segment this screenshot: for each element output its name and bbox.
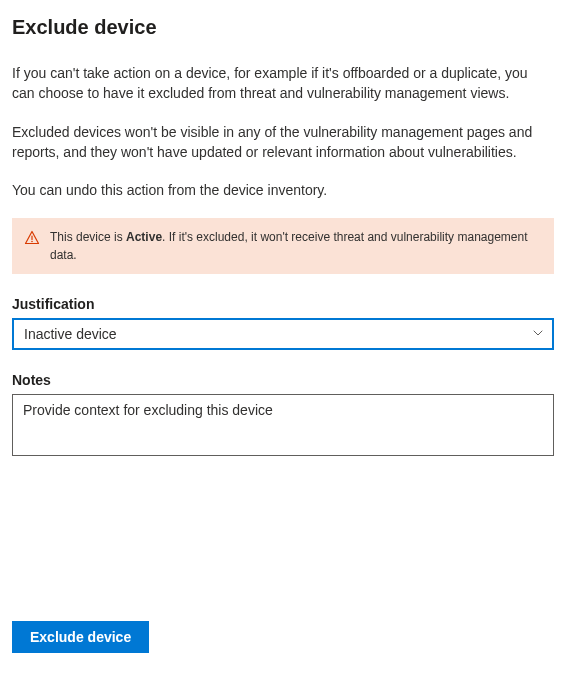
justification-select[interactable]: Inactive device xyxy=(12,318,554,350)
notes-input[interactable] xyxy=(12,394,554,456)
justification-label: Justification xyxy=(12,296,554,312)
alert-status: Active xyxy=(126,230,162,244)
warning-icon xyxy=(24,230,40,249)
description-paragraph-2: Excluded devices won't be visible in any… xyxy=(12,122,554,163)
alert-prefix: This device is xyxy=(50,230,126,244)
svg-point-1 xyxy=(31,241,33,243)
description-paragraph-3: You can undo this action from the device… xyxy=(12,180,554,200)
justification-field: Justification Inactive device xyxy=(12,296,554,350)
page-title: Exclude device xyxy=(12,16,554,39)
notes-field: Notes xyxy=(12,372,554,459)
justification-select-value[interactable]: Inactive device xyxy=(12,318,554,350)
description-block: If you can't take action on a device, fo… xyxy=(12,63,554,200)
footer-actions: Exclude device xyxy=(12,621,149,653)
exclude-device-button[interactable]: Exclude device xyxy=(12,621,149,653)
notes-label: Notes xyxy=(12,372,554,388)
description-paragraph-1: If you can't take action on a device, fo… xyxy=(12,63,554,104)
alert-text: This device is Active. If it's excluded,… xyxy=(50,228,540,264)
alert-banner: This device is Active. If it's excluded,… xyxy=(12,218,554,274)
